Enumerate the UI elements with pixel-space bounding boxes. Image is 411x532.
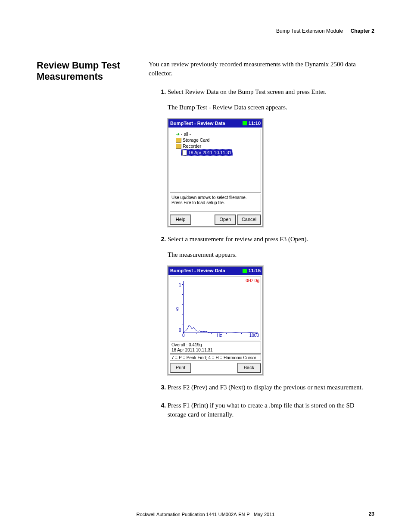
- folder-icon: [176, 144, 181, 149]
- open-button[interactable]: Open: [215, 215, 236, 225]
- ytick-1: 1: [179, 282, 181, 289]
- step-1-after: The Bump Test - Review Data screen appea…: [168, 103, 374, 112]
- battery-icon: [243, 121, 247, 125]
- step-2: Select a measurement for review and pres…: [168, 235, 374, 375]
- step-1: Select Review Data on the Bump Test scre…: [168, 87, 374, 227]
- device1-buttons: Help Open Cancel: [168, 213, 262, 226]
- step-4-text: Press F1 (Print) if you what to create a…: [168, 401, 374, 420]
- help-button[interactable]: Help: [170, 215, 191, 225]
- hint-line-1: Use up/down arrows to select filename.: [171, 195, 259, 200]
- step-3: Press F2 (Prev) and F3 (Next) to display…: [168, 383, 374, 392]
- overall-info: Overall : 0.419g 18 Apr 2011 10.11.31: [170, 342, 261, 354]
- print-button[interactable]: Print: [170, 363, 191, 373]
- device-screenshot-1: BumpTest - Review Data 11:10 ➔ - all -: [168, 118, 263, 227]
- measurement-timestamp: 18 Apr 2011 10.11.31: [171, 348, 259, 353]
- step-3-text: Press F2 (Prev) and F3 (Next) to display…: [168, 383, 374, 392]
- overall-value: Overall : 0.419g: [171, 342, 259, 348]
- tree-file-selected[interactable]: 18 Apr 2011 10.11.31: [171, 149, 259, 157]
- file-icon: [182, 150, 187, 156]
- page-header: Bump Test Extension Module Chapter 2: [37, 28, 374, 34]
- section-title: Review Bump Test Measurements: [37, 60, 136, 425]
- device2-time: 11:15: [249, 268, 261, 274]
- ylabel-g: g: [176, 305, 179, 312]
- device1-hint: Use up/down arrows to select filename. P…: [170, 194, 261, 212]
- tree-all[interactable]: ➔ - all -: [171, 131, 259, 137]
- key-hint: 7 = P = Peak Find; 4 = H = Harmonic Curs…: [170, 355, 261, 361]
- hint-line-2: Press Fire to load setup file.: [171, 200, 259, 205]
- step-4: Press F1 (Print) if you what to create a…: [168, 401, 374, 420]
- device-screenshot-2: BumpTest - Review Data 11:15 0Hz 0g 1 g …: [168, 266, 263, 375]
- folder-icon: [176, 138, 181, 143]
- step-1-text: Select Review Data on the Bump Test scre…: [168, 88, 327, 95]
- chapter-label: Chapter 2: [351, 28, 374, 34]
- xtick-0: 0: [182, 333, 185, 339]
- xlabel-hz: Hz: [217, 333, 222, 339]
- module-name: Bump Test Extension Module: [276, 28, 343, 34]
- intro-text: You can review previously recorded measu…: [149, 60, 374, 78]
- device1-titlebar: BumpTest - Review Data 11:10: [168, 119, 262, 128]
- footer-publication: Rockwell Automation Publication 1441-UM0…: [0, 512, 411, 517]
- xtick-1000: 1000: [249, 333, 259, 339]
- arrow-icon: ➔: [176, 131, 180, 137]
- tree-storage-label: Storage Card: [183, 137, 209, 143]
- tree-storage[interactable]: Storage Card: [171, 137, 259, 143]
- tree-recorder-label: Recorder: [183, 143, 201, 149]
- cancel-button[interactable]: Cancel: [237, 215, 261, 225]
- device2-buttons: Print Back: [168, 361, 262, 374]
- device1-time: 11:10: [249, 120, 261, 127]
- step-2-text: Select a measurement for review and pres…: [168, 236, 308, 243]
- page-number: 23: [369, 511, 374, 517]
- ytick-0: 0: [179, 327, 181, 334]
- device2-titlebar: BumpTest - Review Data 11:15: [168, 267, 262, 275]
- tree-all-label: - all -: [181, 131, 191, 137]
- back-button[interactable]: Back: [237, 363, 261, 373]
- file-tree: ➔ - all - Storage Card Recorder: [170, 129, 261, 193]
- battery-icon: [243, 269, 247, 273]
- spectrum-line: [183, 279, 258, 333]
- spectrum-plot: 0Hz 0g 1 g 0: [170, 277, 261, 340]
- device1-title: BumpTest - Review Data: [170, 120, 225, 127]
- tree-file-label: 18 Apr 2011 10.11.31: [188, 149, 231, 156]
- device2-title: BumpTest - Review Data: [170, 268, 225, 274]
- tree-recorder[interactable]: Recorder: [171, 143, 259, 149]
- step-2-after: The measurement appears.: [168, 250, 374, 260]
